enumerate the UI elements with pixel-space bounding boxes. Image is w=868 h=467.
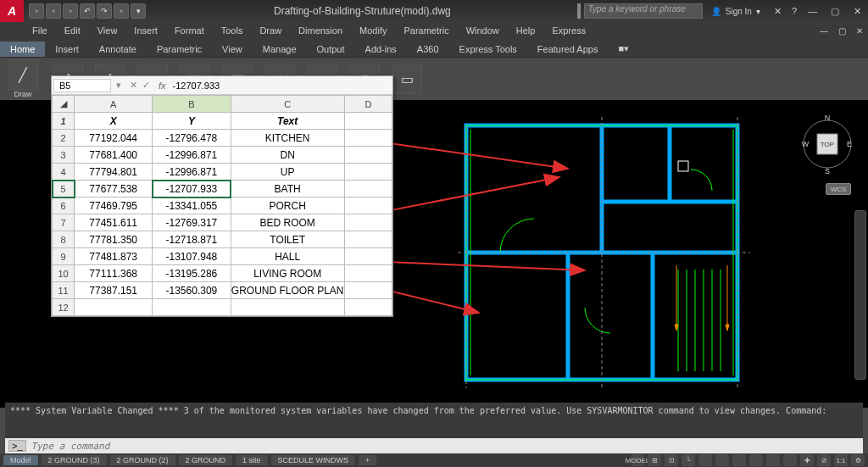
- menu-parametric[interactable]: Parametric: [395, 24, 457, 37]
- exchange-icon[interactable]: ✕: [769, 6, 787, 17]
- status-grid-icon[interactable]: ⊞: [648, 454, 661, 466]
- command-line[interactable]: >_: [5, 438, 863, 453]
- status-model[interactable]: MODEL: [631, 454, 644, 466]
- status-snap-icon[interactable]: ⊡: [665, 454, 678, 466]
- cell[interactable]: [344, 248, 392, 265]
- col-header-d[interactable]: D: [344, 96, 392, 113]
- cell[interactable]: UP: [231, 164, 344, 181]
- cell[interactable]: [344, 231, 392, 248]
- cell[interactable]: 77451.611: [75, 214, 153, 231]
- help-search[interactable]: Type a keyword or phrase: [584, 3, 703, 19]
- menu-dimension[interactable]: Dimension: [290, 24, 351, 37]
- cell[interactable]: -12796.478: [153, 130, 231, 147]
- doc-maximize[interactable]: ▢: [833, 26, 851, 36]
- tab-a360[interactable]: A360: [407, 42, 449, 57]
- cell[interactable]: 77469.795: [75, 197, 153, 214]
- cell[interactable]: DN: [231, 147, 344, 164]
- excel-formula-value[interactable]: -12707.933: [170, 81, 224, 91]
- cell[interactable]: 77794.801: [75, 164, 153, 181]
- cell[interactable]: [344, 164, 392, 181]
- cell[interactable]: GROUND FLOOR PLAN: [231, 282, 344, 299]
- cell[interactable]: 77677.538: [75, 181, 153, 197]
- cell[interactable]: -13195.286: [153, 265, 231, 282]
- tab-featured[interactable]: Featured Apps: [527, 42, 609, 57]
- excel-enter-icon[interactable]: ✓: [142, 80, 150, 91]
- menu-window[interactable]: Window: [458, 24, 508, 37]
- menu-file[interactable]: File: [24, 24, 56, 37]
- cell[interactable]: HALL: [231, 248, 344, 265]
- cell[interactable]: TOILET: [231, 231, 344, 248]
- menu-view[interactable]: View: [89, 24, 126, 37]
- app-logo[interactable]: A: [0, 0, 24, 22]
- qat-undo[interactable]: ↶: [80, 3, 95, 19]
- close-button[interactable]: ✕: [846, 0, 868, 22]
- col-header-c[interactable]: C: [231, 96, 344, 113]
- layout-tab[interactable]: 2 GROUND: [179, 455, 233, 465]
- layout-tab[interactable]: 2 GROUND (3): [42, 455, 107, 465]
- menu-modify[interactable]: Modify: [351, 24, 395, 37]
- menu-format[interactable]: Format: [166, 24, 213, 37]
- cell[interactable]: [75, 299, 153, 316]
- tool-base[interactable]: ▭: [392, 64, 422, 94]
- cell[interactable]: -13560.309: [153, 282, 231, 299]
- signin-area[interactable]: 👤 Sign In ▾: [703, 7, 769, 16]
- tab-home[interactable]: Home: [0, 42, 45, 57]
- layout-tab[interactable]: 2 GROUND (2): [110, 455, 175, 465]
- tab-annotate[interactable]: Annotate: [89, 42, 147, 57]
- excel-name-box[interactable]: B5: [53, 79, 111, 92]
- col-header-a[interactable]: A: [75, 96, 153, 113]
- status-ortho-icon[interactable]: └: [682, 454, 695, 466]
- cell[interactable]: -12707.933: [153, 181, 231, 197]
- cell[interactable]: 77681.400: [75, 147, 153, 164]
- status-icon[interactable]: [732, 454, 746, 466]
- cell[interactable]: X: [75, 113, 153, 130]
- tab-view[interactable]: View: [212, 42, 253, 57]
- cell[interactable]: [231, 299, 344, 316]
- cell[interactable]: LIVING ROOM: [231, 265, 344, 282]
- tab-parametric[interactable]: Parametric: [147, 42, 212, 57]
- cell[interactable]: [344, 130, 392, 147]
- doc-close[interactable]: ✕: [851, 26, 868, 36]
- cell[interactable]: -12769.317: [153, 214, 231, 231]
- cell[interactable]: -12996.871: [153, 147, 231, 164]
- cell[interactable]: [344, 181, 392, 197]
- cell[interactable]: -13341.055: [153, 197, 231, 214]
- cell[interactable]: 77481.873: [75, 248, 153, 265]
- cell[interactable]: KITCHEN: [231, 130, 344, 147]
- excel-cancel-icon[interactable]: ✕: [130, 80, 137, 91]
- cell[interactable]: 77192.044: [75, 130, 153, 147]
- cell[interactable]: [153, 299, 231, 316]
- qat-more[interactable]: ▾: [131, 3, 146, 19]
- col-header-b[interactable]: B: [153, 96, 231, 113]
- command-history[interactable]: **** System Variable Changed **** 3 of t…: [5, 403, 863, 438]
- cell[interactable]: [344, 282, 392, 299]
- cell[interactable]: Y: [153, 113, 231, 130]
- status-icon[interactable]: [783, 454, 797, 466]
- row-header[interactable]: 5: [53, 181, 75, 197]
- cell[interactable]: [344, 265, 392, 282]
- status-scale[interactable]: ⊘: [817, 454, 831, 466]
- status-icon[interactable]: ✚: [800, 454, 814, 466]
- cell[interactable]: [344, 214, 392, 231]
- row-header[interactable]: 4: [53, 164, 75, 181]
- status-icon[interactable]: [715, 454, 729, 466]
- cell[interactable]: [344, 197, 392, 214]
- layout-tab[interactable]: 1 site: [236, 455, 268, 465]
- status-menu-icon[interactable]: ⚙: [851, 454, 865, 466]
- menu-help[interactable]: Help: [508, 24, 544, 37]
- tool-line[interactable]: ╱: [8, 59, 38, 90]
- doc-minimize[interactable]: —: [815, 26, 833, 36]
- tab-extra[interactable]: ■▾: [608, 41, 639, 57]
- tab-insert[interactable]: Insert: [45, 42, 89, 57]
- tab-output[interactable]: Output: [307, 42, 355, 57]
- cell[interactable]: -12718.871: [153, 231, 231, 248]
- row-header[interactable]: 9: [53, 248, 75, 265]
- layout-tab-model[interactable]: Model: [3, 455, 38, 465]
- row-header[interactable]: 3: [53, 147, 75, 164]
- row-header[interactable]: 6: [53, 197, 75, 214]
- cell[interactable]: -12996.871: [153, 164, 231, 181]
- qat-new[interactable]: ▫: [29, 3, 44, 19]
- command-input[interactable]: [31, 441, 860, 452]
- maximize-button[interactable]: ▢: [824, 0, 846, 22]
- row-header[interactable]: 7: [53, 214, 75, 231]
